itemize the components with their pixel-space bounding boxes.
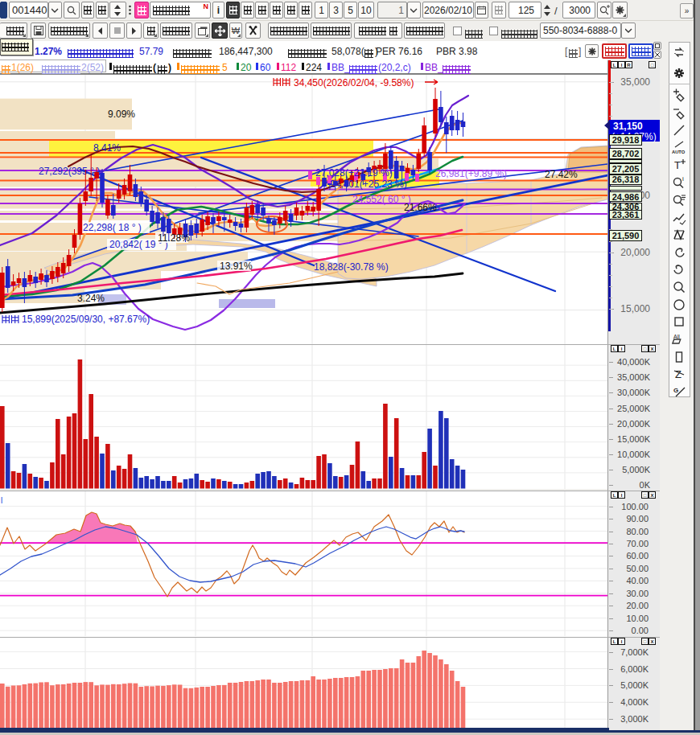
svg-text:21.66%: 21.66% [404, 202, 437, 213]
svg-text:l: l [1, 496, 2, 505]
svg-text:13.91%: 13.91% [220, 261, 253, 272]
svg-text:26,981(+9.89 %): 26,981(+9.89 %) [435, 168, 507, 179]
svg-text:15,899(2025/09/30, +87.67%): 15,899(2025/09/30, +87.67%) [22, 314, 150, 325]
svg-text:9.09%: 9.09% [108, 109, 135, 120]
svg-text:G: G [673, 387, 678, 394]
svg-text:AUTO: AUTO [672, 150, 686, 154]
svg-text:34,450(2026/02/04, -9.58%): 34,450(2026/02/04, -9.58%) [294, 77, 414, 88]
svg-text:T: T [674, 159, 681, 171]
svg-text:All: All [673, 334, 680, 339]
svg-text:24,552( 60 ° ): 24,552( 60 ° ) [352, 194, 411, 205]
svg-text:3.24%: 3.24% [77, 293, 105, 304]
svg-text:24,401(+25.23 %): 24,401(+25.23 %) [330, 179, 407, 190]
svg-text:11.28%: 11.28% [158, 232, 190, 244]
svg-text:i: i [682, 175, 684, 183]
svg-text:22,298( 18 ° ): 22,298( 18 ° ) [83, 222, 142, 233]
svg-text:Z: Z [675, 368, 681, 380]
svg-text:18,828(-30.78 %): 18,828(-30.78 %) [314, 261, 389, 273]
svg-text:8.41%: 8.41% [93, 142, 121, 154]
svg-text:27.42%: 27.42% [545, 169, 578, 180]
svg-text:27,028(+21.19 %): 27,028(+21.19 %) [315, 167, 393, 179]
